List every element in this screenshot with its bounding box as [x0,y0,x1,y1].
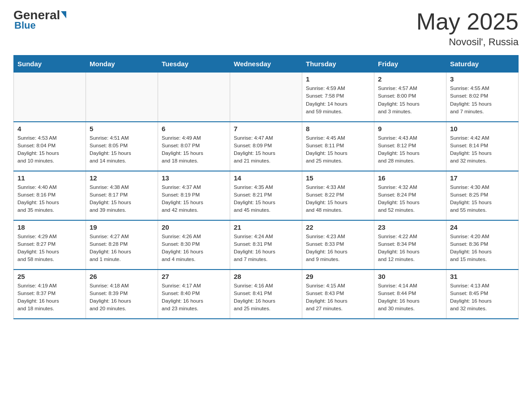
calendar-cell: 5Sunrise: 4:51 AM Sunset: 8:05 PM Daylig… [86,122,158,171]
day-info: Sunrise: 4:59 AM Sunset: 7:58 PM Dayligh… [306,85,370,116]
logo-blue-text: Blue [13,20,36,31]
day-number: 2 [378,75,442,83]
calendar-cell: 20Sunrise: 4:26 AM Sunset: 8:30 PM Dayli… [158,220,230,270]
day-info: Sunrise: 4:47 AM Sunset: 8:09 PM Dayligh… [234,134,298,165]
calendar-cell: 11Sunrise: 4:40 AM Sunset: 8:16 PM Dayli… [14,171,86,220]
day-number: 7 [234,125,298,133]
day-number: 5 [90,125,154,133]
day-number: 30 [378,273,442,280]
calendar-cell [158,73,230,122]
calendar-cell: 21Sunrise: 4:24 AM Sunset: 8:31 PM Dayli… [230,220,302,270]
calendar-week-1: 1Sunrise: 4:59 AM Sunset: 7:58 PM Daylig… [14,73,519,122]
calendar-cell: 25Sunrise: 4:19 AM Sunset: 8:37 PM Dayli… [14,270,86,319]
day-number: 10 [450,125,515,133]
day-number: 9 [378,125,442,133]
calendar-cell: 14Sunrise: 4:35 AM Sunset: 8:21 PM Dayli… [230,171,302,220]
month-year-title: May 2025 [416,9,519,34]
day-number: 17 [450,174,515,182]
day-number: 11 [17,174,82,182]
calendar-cell: 17Sunrise: 4:30 AM Sunset: 8:25 PM Dayli… [446,171,519,220]
day-info: Sunrise: 4:29 AM Sunset: 8:27 PM Dayligh… [17,233,82,264]
day-info: Sunrise: 4:53 AM Sunset: 8:04 PM Dayligh… [17,134,82,165]
day-info: Sunrise: 4:17 AM Sunset: 8:40 PM Dayligh… [162,282,226,313]
day-number: 22 [306,223,370,231]
day-info: Sunrise: 4:42 AM Sunset: 8:14 PM Dayligh… [450,134,515,165]
day-number: 3 [450,75,515,83]
day-info: Sunrise: 4:14 AM Sunset: 8:44 PM Dayligh… [378,282,442,313]
calendar-cell: 19Sunrise: 4:27 AM Sunset: 8:28 PM Dayli… [86,220,158,270]
day-number: 29 [306,273,370,280]
day-number: 4 [17,125,82,133]
calendar-cell: 13Sunrise: 4:37 AM Sunset: 8:19 PM Dayli… [158,171,230,220]
calendar-cell: 1Sunrise: 4:59 AM Sunset: 7:58 PM Daylig… [302,73,374,122]
day-info: Sunrise: 4:13 AM Sunset: 8:45 PM Dayligh… [450,282,515,313]
logo-triangle-icon [61,11,66,18]
calendar-cell: 2Sunrise: 4:57 AM Sunset: 8:00 PM Daylig… [374,73,446,122]
day-number: 8 [306,125,370,133]
page-header: General Blue May 2025 Novosil', Russia [13,9,519,48]
day-number: 25 [17,273,82,280]
day-number: 15 [306,174,370,182]
weekday-header-monday: Monday [86,56,158,73]
day-info: Sunrise: 4:33 AM Sunset: 8:22 PM Dayligh… [306,184,370,214]
calendar-cell: 10Sunrise: 4:42 AM Sunset: 8:14 PM Dayli… [446,122,519,171]
logo: General Blue [13,9,66,31]
calendar-cell: 4Sunrise: 4:53 AM Sunset: 8:04 PM Daylig… [14,122,86,171]
day-info: Sunrise: 4:30 AM Sunset: 8:25 PM Dayligh… [450,184,515,214]
calendar-cell: 6Sunrise: 4:49 AM Sunset: 8:07 PM Daylig… [158,122,230,171]
day-info: Sunrise: 4:18 AM Sunset: 8:39 PM Dayligh… [90,282,154,313]
calendar-cell [14,73,86,122]
calendar-cell: 26Sunrise: 4:18 AM Sunset: 8:39 PM Dayli… [86,270,158,319]
calendar-week-3: 11Sunrise: 4:40 AM Sunset: 8:16 PM Dayli… [14,171,519,220]
day-number: 26 [90,273,154,280]
day-info: Sunrise: 4:24 AM Sunset: 8:31 PM Dayligh… [234,233,298,264]
calendar-cell: 7Sunrise: 4:47 AM Sunset: 8:09 PM Daylig… [230,122,302,171]
day-info: Sunrise: 4:45 AM Sunset: 8:11 PM Dayligh… [306,134,370,165]
day-number: 18 [17,223,82,231]
calendar-cell: 12Sunrise: 4:38 AM Sunset: 8:17 PM Dayli… [86,171,158,220]
weekday-header-saturday: Saturday [446,56,519,73]
calendar-cell: 15Sunrise: 4:33 AM Sunset: 8:22 PM Dayli… [302,171,374,220]
calendar-cell: 28Sunrise: 4:16 AM Sunset: 8:41 PM Dayli… [230,270,302,319]
calendar-cell: 18Sunrise: 4:29 AM Sunset: 8:27 PM Dayli… [14,220,86,270]
calendar-cell: 3Sunrise: 4:55 AM Sunset: 8:02 PM Daylig… [446,73,519,122]
day-info: Sunrise: 4:32 AM Sunset: 8:24 PM Dayligh… [378,184,442,214]
day-info: Sunrise: 4:23 AM Sunset: 8:33 PM Dayligh… [306,233,370,264]
weekday-header-wednesday: Wednesday [230,56,302,73]
calendar-cell: 8Sunrise: 4:45 AM Sunset: 8:11 PM Daylig… [302,122,374,171]
day-number: 23 [378,223,442,231]
calendar-cell [86,73,158,122]
calendar-cell: 30Sunrise: 4:14 AM Sunset: 8:44 PM Dayli… [374,270,446,319]
day-info: Sunrise: 4:37 AM Sunset: 8:19 PM Dayligh… [162,184,226,214]
calendar-cell: 23Sunrise: 4:22 AM Sunset: 8:34 PM Dayli… [374,220,446,270]
calendar-table: SundayMondayTuesdayWednesdayThursdayFrid… [13,55,519,319]
day-info: Sunrise: 4:51 AM Sunset: 8:05 PM Dayligh… [90,134,154,165]
day-number: 14 [234,174,298,182]
calendar-cell: 9Sunrise: 4:43 AM Sunset: 8:12 PM Daylig… [374,122,446,171]
calendar-week-4: 18Sunrise: 4:29 AM Sunset: 8:27 PM Dayli… [14,220,519,270]
day-info: Sunrise: 4:43 AM Sunset: 8:12 PM Dayligh… [378,134,442,165]
weekday-header-sunday: Sunday [14,56,86,73]
day-info: Sunrise: 4:55 AM Sunset: 8:02 PM Dayligh… [450,85,515,116]
calendar-cell: 31Sunrise: 4:13 AM Sunset: 8:45 PM Dayli… [446,270,519,319]
day-info: Sunrise: 4:35 AM Sunset: 8:21 PM Dayligh… [234,184,298,214]
weekday-header-thursday: Thursday [302,56,374,73]
day-number: 21 [234,223,298,231]
calendar-cell [230,73,302,122]
weekday-header-friday: Friday [374,56,446,73]
day-number: 19 [90,223,154,231]
calendar-cell: 22Sunrise: 4:23 AM Sunset: 8:33 PM Dayli… [302,220,374,270]
day-number: 27 [162,273,226,280]
calendar-cell: 29Sunrise: 4:15 AM Sunset: 8:43 PM Dayli… [302,270,374,319]
day-info: Sunrise: 4:38 AM Sunset: 8:17 PM Dayligh… [90,184,154,214]
day-info: Sunrise: 4:57 AM Sunset: 8:00 PM Dayligh… [378,85,442,116]
calendar-cell: 24Sunrise: 4:20 AM Sunset: 8:36 PM Dayli… [446,220,519,270]
day-info: Sunrise: 4:40 AM Sunset: 8:16 PM Dayligh… [17,184,82,214]
title-block: May 2025 Novosil', Russia [416,9,519,48]
calendar-cell: 27Sunrise: 4:17 AM Sunset: 8:40 PM Dayli… [158,270,230,319]
location-subtitle: Novosil', Russia [416,36,519,48]
day-number: 13 [162,174,226,182]
day-number: 1 [306,75,370,83]
day-info: Sunrise: 4:27 AM Sunset: 8:28 PM Dayligh… [90,233,154,264]
day-info: Sunrise: 4:20 AM Sunset: 8:36 PM Dayligh… [450,233,515,264]
